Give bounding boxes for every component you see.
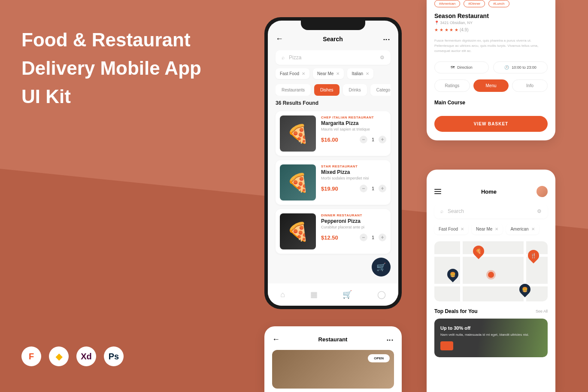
dish-name: Mixed Pizza (321, 169, 386, 175)
back-icon[interactable]: ← (276, 34, 283, 43)
qty-plus[interactable]: + (379, 234, 386, 241)
dish-restaurant: STAR RESTAURANT (321, 164, 386, 168)
dish-price: $19.90 (321, 185, 338, 192)
view-basket-button[interactable]: VIEW BASKET (434, 116, 548, 132)
rating: ★ ★ ★ ★ ★ (4.9) (434, 27, 548, 32)
results-count: 36 Results Found (276, 100, 391, 106)
tab-menu[interactable]: Menu (473, 79, 509, 92)
dish-price: $12.50 (321, 234, 338, 241)
cuisine-tag[interactable]: #Dinner (464, 0, 485, 7)
dish-restaurant: CHEF ITALIAN RESTAURANT (321, 115, 386, 119)
nav-map-icon[interactable]: ▦ (310, 290, 318, 299)
restaurant-detail-screen: #American #Dinner #Lunch Season Restaura… (427, 0, 555, 140)
dish-price: $16.00 (321, 137, 338, 143)
filter-chip[interactable]: Fast Food✕ (276, 68, 309, 79)
restaurant-name: Season Restaurant (434, 12, 548, 19)
search-icon: ⌕ (282, 55, 285, 61)
xd-icon: Xd (76, 346, 96, 366)
filter-icon[interactable]: ⚙ (537, 208, 542, 214)
restaurant-image: OPEN (272, 350, 394, 389)
search-value: Pizza (289, 55, 301, 61)
current-location-icon (488, 272, 494, 278)
filter-chip[interactable]: Near Me✕ (472, 224, 503, 234)
qty-value: 1 (372, 137, 374, 142)
filter-chip[interactable]: Near Me✕ (313, 68, 344, 79)
nav-profile-icon[interactable]: ◯ (377, 290, 386, 299)
see-all-link[interactable]: See All (536, 309, 548, 313)
qty-value: 1 (372, 235, 374, 240)
close-icon[interactable]: ✕ (336, 71, 339, 76)
more-icon[interactable]: ⋮ (386, 337, 394, 343)
map-pin-icon[interactable]: 🍴 (526, 248, 542, 264)
dish-card[interactable]: 🍕 STAR RESTAURANT Mixed Pizza Morbi soda… (276, 160, 391, 205)
tab-categories[interactable]: Catego (370, 84, 391, 96)
close-icon[interactable]: ✕ (495, 227, 498, 231)
tool-icons: F ◆ Xd Ps (21, 346, 124, 366)
home-screen: Home ⌕ Search ⚙ Fast Food✕ Near Me✕ Amer… (427, 170, 555, 392)
deals-title: Top Deals for You (434, 308, 478, 314)
search-input[interactable]: ⌕ Search ⚙ (434, 204, 548, 219)
cuisine-tag[interactable]: #Lunch (488, 0, 509, 7)
dish-desc: Mauris vel sapien at tristique (321, 127, 386, 131)
hours-chip: 🕐 10:00 to 23:00 (493, 61, 548, 73)
qty-plus[interactable]: + (379, 136, 386, 143)
deal-button[interactable] (440, 341, 453, 350)
map-pin-icon[interactable]: 🍔 (445, 267, 461, 283)
nav-cart-icon[interactable]: 🛒 (342, 290, 352, 299)
restaurant-screen: ← Restaurant ⋮ OPEN (264, 326, 402, 392)
restaurant-address: 📍 3421 Obsidian, NY (434, 21, 548, 25)
tab-restaurants[interactable]: Restaurants (276, 84, 311, 96)
qty-plus[interactable]: + (379, 185, 386, 192)
deal-desc: Nam velit nulla, malesuada id mi eget, b… (440, 332, 542, 337)
map[interactable]: 🍕 🍴 🍔 🍔 (434, 241, 548, 301)
qty-value: 1 (372, 186, 374, 191)
menu-icon[interactable] (434, 189, 441, 194)
search-input[interactable]: ⌕ Pizza ⚙ (276, 50, 391, 65)
cart-button[interactable]: 🛒 (372, 258, 391, 277)
qty-minus[interactable]: − (360, 234, 367, 241)
dish-image: 🍕 (280, 115, 316, 152)
back-icon[interactable]: ← (272, 335, 280, 344)
dish-desc: Curabitur placerat ante pi (321, 225, 386, 229)
page-title: Home (481, 188, 497, 195)
dish-desc: Morbi sodales imperdiet nisi (321, 176, 386, 180)
dish-image: 🍕 (280, 164, 316, 201)
dish-name: Margarita Pizza (321, 120, 386, 126)
close-icon[interactable]: ✕ (531, 227, 535, 231)
deal-title: Up to 30% off (440, 325, 542, 331)
avatar[interactable] (536, 186, 548, 197)
filter-chip[interactable]: Italian✕ (347, 68, 373, 79)
tab-ratings[interactable]: Ratings (434, 79, 470, 92)
nav-home-icon[interactable]: ⌂ (280, 290, 285, 299)
close-icon[interactable]: ✕ (461, 227, 464, 231)
close-icon[interactable]: ✕ (302, 71, 305, 76)
page-title: Restaurant (318, 336, 348, 343)
search-placeholder: Search (448, 208, 464, 214)
qty-minus[interactable]: − (360, 185, 367, 192)
dish-name: Pepperoni Pizza (321, 218, 386, 224)
dish-restaurant: DINNER RESTAURANT (321, 213, 386, 217)
dish-card[interactable]: 🍕 DINNER RESTAURANT Pepperoni Pizza Cura… (276, 209, 391, 254)
tab-drinks[interactable]: Drinks (343, 84, 367, 96)
dish-image: 🍕 (280, 213, 316, 249)
filter-chip[interactable]: American✕ (506, 224, 539, 234)
qty-minus[interactable]: − (360, 136, 367, 143)
promo-title: Food & Restaurant Delivery Mobile App UI… (21, 26, 202, 111)
deal-card[interactable]: Up to 30% off Nam velit nulla, malesuada… (434, 319, 548, 357)
tab-dishes[interactable]: Dishes (314, 84, 339, 96)
tab-info[interactable]: Info (512, 79, 548, 92)
search-screen: ← Search ⋮ ⌕ Pizza ⚙ Fast Food✕ Near Me✕… (264, 17, 402, 309)
filter-chip[interactable]: Fast Food✕ (434, 224, 468, 234)
section-title: Main Course (434, 100, 548, 106)
close-icon[interactable]: ✕ (366, 71, 369, 76)
direction-button[interactable]: 🗺 Direction (434, 61, 489, 73)
dish-card[interactable]: 🍕 CHEF ITALIAN RESTAURANT Margarita Pizz… (276, 111, 391, 156)
more-icon[interactable]: ⋮ (382, 36, 391, 42)
photoshop-icon: Ps (104, 346, 124, 366)
bottom-nav: ⌂ ▦ 🛒 ◯ (268, 283, 398, 306)
page-title: Search (323, 36, 343, 43)
status-badge: OPEN (368, 354, 390, 362)
cuisine-tag[interactable]: #American (434, 0, 460, 7)
filter-icon[interactable]: ⚙ (380, 55, 385, 61)
restaurant-description: Fusce fermentum dignissim ex, quis phare… (434, 38, 548, 54)
